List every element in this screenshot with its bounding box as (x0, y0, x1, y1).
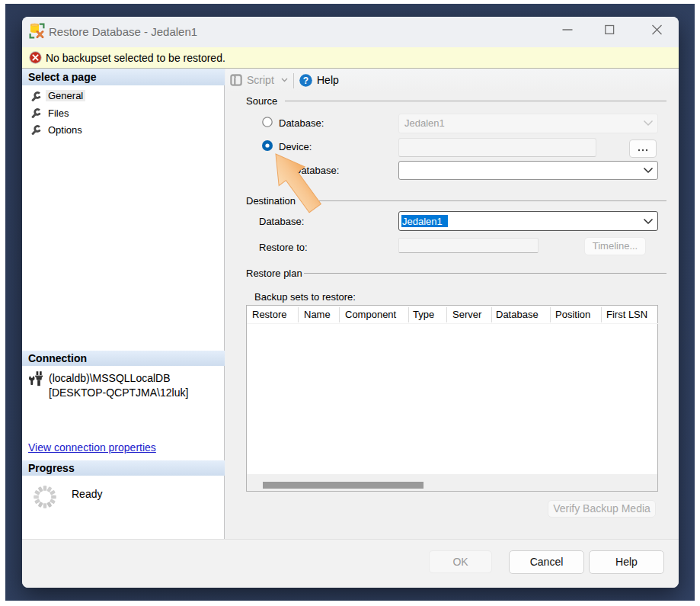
svg-text:?: ? (303, 75, 308, 86)
